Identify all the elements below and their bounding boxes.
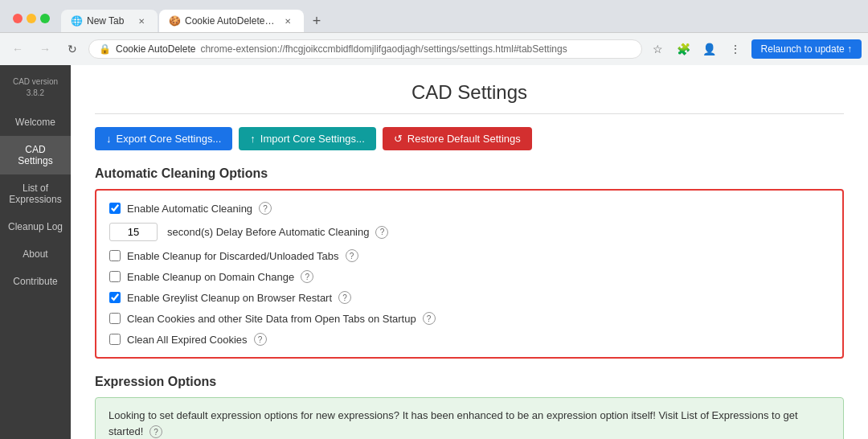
reload-button[interactable]: ↻: [61, 38, 84, 60]
tab-1-title: New Tab: [87, 15, 130, 27]
clean-expired-help[interactable]: ?: [254, 333, 267, 346]
expression-info-box: Looking to set default expression option…: [95, 397, 844, 439]
sidebar-item-cad-settings[interactable]: CAD Settings: [0, 136, 71, 174]
enable-auto-cleaning-help[interactable]: ?: [259, 202, 272, 215]
enable-domain-label: Enable Cleanup on Domain Change: [127, 271, 294, 283]
address-bar[interactable]: 🔒 Cookie AutoDelete chrome-extension://f…: [88, 39, 642, 59]
main-content: CAD Settings ↓ Export Core Settings... ↑…: [71, 65, 868, 439]
enable-domain-checkbox[interactable]: [109, 271, 121, 282]
tab-1-close[interactable]: ✕: [135, 14, 148, 27]
tab-2-close[interactable]: ✕: [281, 14, 294, 27]
sidebar-item-contribute[interactable]: Contribute: [0, 268, 71, 295]
enable-greylist-label: Enable Greylist Cleanup on Browser Resta…: [127, 292, 332, 304]
delay-help[interactable]: ?: [375, 226, 388, 239]
address-display: Cookie AutoDelete: [116, 43, 195, 55]
enable-greylist-help[interactable]: ?: [338, 291, 351, 304]
clean-open-tabs-checkbox[interactable]: [109, 313, 121, 324]
clean-expired-checkbox[interactable]: [109, 334, 121, 345]
tab-2[interactable]: 🍪 Cookie AutoDelete Settings ✕: [159, 10, 304, 32]
enable-discarded-help[interactable]: ?: [346, 249, 358, 262]
traffic-light-yellow[interactable]: [27, 14, 36, 23]
tab-1-favicon: 🌐: [71, 15, 82, 27]
enable-auto-cleaning-label: Enable Automatic Cleaning: [127, 203, 252, 215]
restore-button[interactable]: ↺ Restore Default Settings: [383, 127, 532, 150]
import-button[interactable]: ↑ Import Core Settings...: [239, 127, 376, 150]
enable-discarded-row: Enable Cleanup for Discarded/Unloaded Ta…: [109, 249, 829, 262]
extension-icon[interactable]: 🧩: [673, 38, 695, 60]
star-icon[interactable]: ☆: [647, 38, 669, 60]
expression-options-title: Expression Options: [95, 375, 844, 389]
restore-icon: ↺: [394, 133, 403, 145]
enable-domain-row: Enable Cleanup on Domain Change ?: [109, 270, 829, 283]
clean-open-tabs-label: Clean Cookies and other Site Data from O…: [127, 313, 416, 325]
sidebar: CAD version 3.8.2 Welcome CAD Settings L…: [0, 65, 71, 439]
delay-suffix-label: second(s) Delay Before Automatic Cleanin…: [167, 226, 369, 238]
traffic-light-red[interactable]: [13, 14, 23, 23]
sidebar-item-welcome[interactable]: Welcome: [0, 109, 71, 136]
expression-help-icon[interactable]: ?: [149, 425, 162, 438]
export-button[interactable]: ↓ Export Core Settings...: [95, 127, 232, 150]
enable-auto-cleaning-checkbox[interactable]: [109, 203, 121, 214]
address-full: chrome-extension://fhcgjoikccmbidfldomjl…: [200, 43, 631, 55]
tab-2-favicon: 🍪: [169, 15, 180, 27]
enable-auto-cleaning-row: Enable Automatic Cleaning ?: [109, 202, 829, 215]
profile-icon[interactable]: 👤: [698, 38, 721, 60]
sidebar-version: CAD version 3.8.2: [10, 72, 61, 109]
automatic-cleaning-box: Enable Automatic Cleaning ? second(s) De…: [95, 189, 844, 359]
tab-1[interactable]: 🌐 New Tab ✕: [61, 10, 158, 32]
enable-greylist-checkbox[interactable]: [109, 292, 121, 303]
clean-expired-row: Clean All Expired Cookies ?: [109, 333, 829, 346]
enable-discarded-checkbox[interactable]: [109, 250, 121, 261]
clean-open-tabs-row: Clean Cookies and other Site Data from O…: [109, 312, 829, 325]
export-icon: ↓: [106, 133, 112, 145]
new-tab-button[interactable]: +: [305, 10, 328, 32]
clean-open-tabs-help[interactable]: ?: [423, 312, 436, 325]
import-icon: ↑: [250, 133, 256, 145]
automatic-cleaning-title: Automatic Cleaning Options: [95, 166, 844, 181]
sidebar-item-list-of-expressions[interactable]: List of Expressions: [0, 174, 71, 213]
enable-greylist-row: Enable Greylist Cleanup on Browser Resta…: [109, 291, 829, 304]
expression-info-text: Looking to set default expression option…: [108, 409, 798, 437]
enable-domain-help[interactable]: ?: [301, 270, 313, 283]
tab-2-title: Cookie AutoDelete Settings: [185, 15, 276, 27]
relaunch-button[interactable]: Relaunch to update ↑: [751, 39, 862, 59]
menu-icon[interactable]: ⋮: [724, 38, 747, 60]
clean-expired-label: Clean All Expired Cookies: [127, 334, 248, 346]
delay-input[interactable]: [109, 223, 158, 241]
forward-button[interactable]: →: [34, 38, 56, 60]
toolbar-buttons: ↓ Export Core Settings... ↑ Import Core …: [95, 127, 844, 150]
sidebar-item-cleanup-log[interactable]: Cleanup Log: [0, 213, 71, 240]
traffic-light-green[interactable]: [40, 14, 50, 23]
back-button[interactable]: ←: [6, 38, 29, 60]
delay-row: second(s) Delay Before Automatic Cleanin…: [109, 223, 829, 241]
sidebar-item-about[interactable]: About: [0, 240, 71, 268]
enable-discarded-label: Enable Cleanup for Discarded/Unloaded Ta…: [127, 250, 339, 262]
lock-icon: 🔒: [99, 43, 111, 55]
page-title: CAD Settings: [95, 81, 844, 114]
